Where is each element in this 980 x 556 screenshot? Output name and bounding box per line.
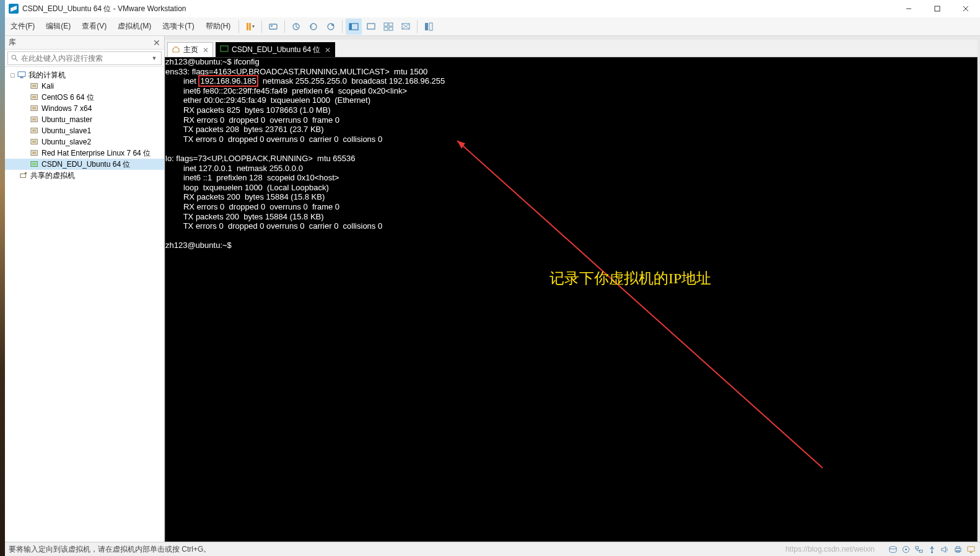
tree-item-ubuntu-master[interactable]: Ubuntu_master [5, 114, 164, 125]
library-toggle-button[interactable] [421, 19, 437, 35]
tree-item-rhel[interactable]: Red Hat Enterprise Linux 7 64 位 [5, 148, 164, 159]
term-line: lo: flags=73<UP,LOOPBACK,RUNNING> mtu 65… [165, 154, 356, 163]
manage-snapshot-button[interactable] [323, 19, 339, 35]
svg-rect-37 [32, 151, 37, 154]
term-line: RX errors 0 dropped 0 overruns 0 frame 0 [165, 115, 339, 125]
fullscreen-button[interactable] [363, 19, 379, 35]
tree-item-win7[interactable]: Windows 7 x64 [5, 103, 164, 114]
tree-label: Kali [42, 82, 54, 90]
highlighted-ip: 192.168.96.185 [198, 75, 258, 87]
term-prompt: zh123@ubuntu:~$ [165, 240, 234, 250]
terminal-output: zh123@ubuntu:~$ ifconfig ens33: flags=41… [165, 58, 977, 251]
library-search-box[interactable]: ▼ [7, 51, 162, 65]
term-line: ether 00:0c:29:45:fa:49 txqueuelen 1000 … [165, 95, 370, 105]
tree-label: Windows 7 x64 [42, 104, 92, 113]
svg-rect-52 [956, 546, 960, 548]
tree-item-centos[interactable]: CentOS 6 64 位 [5, 92, 164, 103]
vm-icon [30, 126, 40, 135]
menu-help[interactable]: 帮助(H) [200, 17, 237, 35]
svg-rect-54 [967, 546, 974, 550]
status-text: 要将输入定向到该虚拟机，请在虚拟机内部单击或按 Ctrl+G。 [9, 544, 211, 555]
unity-button[interactable] [380, 19, 396, 35]
shared-icon [19, 171, 28, 180]
menu-tabs[interactable]: 选项卡(T) [157, 17, 199, 35]
display-icon[interactable] [965, 544, 976, 554]
tab-label: CSDN_EDU_Ubuntu 64 位 [232, 45, 320, 55]
menu-file[interactable]: 文件(F) [5, 17, 40, 35]
term-cmd: ifconfig [234, 57, 259, 66]
collapse-icon[interactable]: ▢ [9, 72, 17, 78]
svg-rect-49 [919, 550, 922, 552]
svg-rect-25 [32, 84, 37, 87]
close-button[interactable] [952, 0, 980, 17]
library-close-icon[interactable]: ✕ [153, 38, 160, 48]
vm-icon [30, 160, 40, 169]
svg-rect-31 [32, 118, 37, 120]
svg-rect-12 [367, 24, 375, 29]
term-line: TX errors 0 dropped 0 overruns 0 carrier… [165, 135, 382, 144]
menu-view[interactable]: 查看(V) [76, 17, 112, 35]
disk-icon[interactable] [887, 544, 898, 554]
svg-line-21 [15, 59, 17, 61]
network-icon[interactable] [913, 544, 924, 554]
svg-rect-13 [384, 23, 388, 26]
term-line: TX errors 0 dropped 0 overruns 0 carrier… [165, 221, 382, 231]
svg-rect-42 [221, 46, 228, 51]
minimize-button[interactable] [895, 0, 923, 17]
pause-button[interactable]: ▾ [242, 19, 258, 35]
tab-vm-csdn[interactable]: CSDN_EDU_Ubuntu 64 位 ✕ [216, 42, 335, 57]
svg-rect-19 [429, 23, 432, 30]
separator [261, 20, 262, 33]
svg-rect-35 [32, 140, 37, 143]
tree-item-ubuntu-slave1[interactable]: Ubuntu_slave1 [5, 125, 164, 136]
cd-icon[interactable] [900, 544, 911, 554]
window-titlebar[interactable]: CSDN_EDU_Ubuntu 64 位 - VMware Workstatio… [5, 0, 980, 17]
search-input[interactable] [21, 54, 150, 63]
desktop-background-strip [0, 0, 5, 556]
svg-rect-22 [18, 72, 25, 77]
library-header: 库 ✕ [5, 36, 164, 50]
term-line: inet 127.0.0.1 netmask 255.0.0.0 [165, 164, 303, 173]
menu-edit[interactable]: 编辑(E) [40, 17, 76, 35]
term-line: netmask 255.255.255.0 broadcast 192.168.… [258, 76, 445, 86]
snapshot-button[interactable] [288, 19, 304, 35]
sound-icon[interactable] [939, 544, 950, 554]
svg-rect-4 [269, 24, 277, 29]
tree-shared-vms[interactable]: 共享的虚拟机 [5, 170, 164, 181]
tree-label: 共享的虚拟机 [30, 170, 75, 181]
menu-vm[interactable]: 虚拟机(M) [112, 17, 157, 35]
separator [342, 20, 343, 33]
separator [284, 20, 285, 33]
printer-icon[interactable] [952, 544, 963, 554]
search-dropdown-icon[interactable]: ▼ [150, 55, 159, 61]
tree-item-ubuntu-slave2[interactable]: Ubuntu_slave2 [5, 136, 164, 148]
status-bar: 要将输入定向到该虚拟机，请在虚拟机内部单击或按 Ctrl+G。 https://… [5, 542, 980, 556]
usb-icon[interactable] [926, 544, 937, 554]
library-title: 库 [9, 37, 16, 48]
svg-rect-1 [935, 6, 940, 11]
svg-point-50 [931, 551, 933, 553]
svg-rect-18 [425, 23, 428, 30]
tab-close-icon[interactable]: ✕ [325, 46, 331, 55]
stretch-button[interactable] [398, 19, 414, 35]
library-search-row: ▼ [5, 50, 164, 67]
vm-console[interactable]: zh123@ubuntu:~$ ifconfig ens33: flags=41… [165, 57, 978, 542]
svg-point-47 [905, 549, 907, 550]
svg-point-20 [12, 55, 16, 60]
tab-home[interactable]: 主页 ✕ [167, 42, 213, 57]
console-view-button[interactable] [346, 19, 362, 35]
svg-rect-5 [271, 25, 273, 27]
svg-rect-11 [349, 24, 352, 30]
tree-item-kali[interactable]: Kali [5, 81, 164, 92]
tab-close-icon[interactable]: ✕ [203, 46, 209, 55]
svg-point-9 [331, 24, 334, 26]
tree-item-csdn-edu-ubuntu[interactable]: CSDN_EDU_Ubuntu 64 位 [5, 159, 164, 170]
revert-snapshot-button[interactable] [305, 19, 322, 35]
tree-root-mycomputer[interactable]: ▢ 我的计算机 [5, 69, 164, 81]
send-ctrl-alt-del-button[interactable] [265, 19, 281, 35]
vm-icon [30, 82, 40, 90]
svg-rect-48 [915, 546, 918, 549]
maximize-button[interactable] [923, 0, 952, 17]
separator [417, 20, 418, 33]
annotation-text: 记录下你虚拟机的IP地址 [549, 268, 711, 288]
